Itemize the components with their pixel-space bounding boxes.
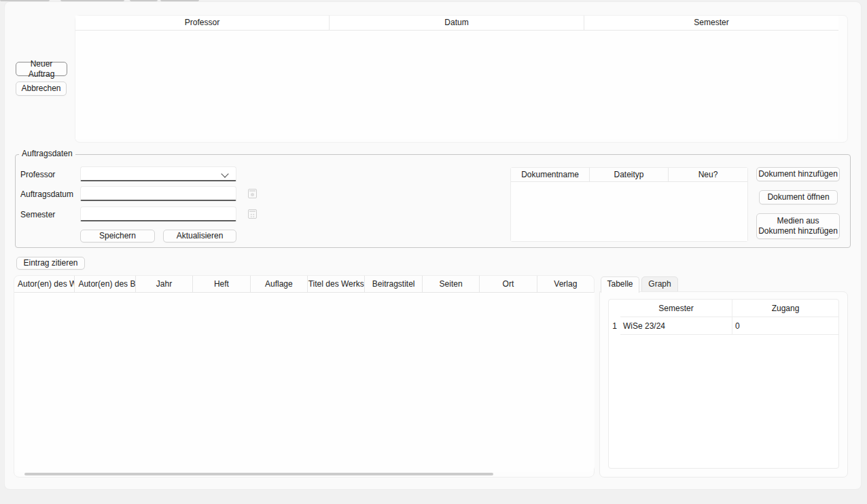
- order-data-groupbox-title: Auftragsdaten: [19, 149, 75, 158]
- documents-table-header: Dokumentname Dateityp Neu?: [511, 168, 747, 182]
- entries-column-pages[interactable]: Seiten: [422, 276, 479, 293]
- add-media-button[interactable]: Medien aus Dokument hinzufügen: [756, 213, 840, 239]
- row-zugang-value[interactable]: 0: [732, 317, 838, 335]
- entries-column-issue[interactable]: Heft: [192, 276, 249, 293]
- entries-column-place[interactable]: Ort: [479, 276, 536, 293]
- open-document-button[interactable]: Dokument öffnen: [759, 190, 838, 204]
- entries-column-work-authors[interactable]: Autor(en) des Werks: [14, 276, 74, 293]
- row-number: 1: [609, 317, 620, 335]
- add-document-button[interactable]: Dokument hinzufügen: [756, 167, 840, 181]
- tab-graph[interactable]: Graph: [641, 276, 678, 292]
- entries-column-edition[interactable]: Auflage: [250, 276, 307, 293]
- entries-column-year[interactable]: Jahr: [135, 276, 192, 293]
- documents-table: Dokumentname Dateityp Neu?: [510, 167, 748, 242]
- documents-table-body[interactable]: [511, 182, 747, 241]
- documents-column-filetype[interactable]: Dateityp: [589, 168, 668, 182]
- tab-tabelle[interactable]: Tabelle: [601, 276, 639, 293]
- chevron-down-icon: [221, 170, 228, 177]
- entries-column-publisher[interactable]: Verlag: [537, 276, 594, 293]
- cancel-button[interactable]: Abbrechen: [16, 82, 67, 96]
- stats-table-header: Semester Zugang: [609, 300, 838, 317]
- orders-column-datum[interactable]: Datum: [329, 16, 584, 31]
- professor-combobox[interactable]: [80, 166, 236, 181]
- stats-column-semester[interactable]: Semester: [620, 300, 732, 317]
- documents-column-name[interactable]: Dokumentname: [511, 168, 589, 182]
- calendar-icon[interactable]: [248, 209, 257, 219]
- table-row[interactable]: 1 WiSe 23/24 0: [609, 317, 838, 335]
- stats-row-number-gutter: [609, 300, 620, 317]
- update-button[interactable]: Aktualisieren: [163, 230, 236, 242]
- order-date-input[interactable]: [80, 186, 236, 201]
- row-semester-value[interactable]: WiSe 23/24: [620, 317, 732, 335]
- app-window: Professor Datum Semester Neuer Auftrag A…: [0, 0, 867, 504]
- entries-table: Autor(en) des Werks Autor(en) des Beitra…: [14, 275, 595, 478]
- orders-table: Professor Datum Semester: [75, 15, 848, 143]
- semester-input[interactable]: [80, 206, 236, 221]
- calendar-date-icon[interactable]: [248, 189, 257, 198]
- new-order-button[interactable]: Neuer Auftrag: [16, 62, 67, 76]
- stats-column-zugang[interactable]: Zugang: [732, 300, 838, 317]
- entries-column-contribution-authors[interactable]: Autor(en) des Beitrags: [74, 276, 135, 293]
- orders-column-semester[interactable]: Semester: [584, 16, 838, 31]
- entries-table-body[interactable]: [15, 293, 595, 472]
- horizontal-scrollbar[interactable]: [24, 473, 493, 475]
- entries-column-work-title[interactable]: Titel des Werks: [307, 276, 364, 293]
- semester-label: Semester: [20, 210, 55, 219]
- orders-table-header: Professor Datum Semester: [75, 16, 838, 31]
- professor-label: Professor: [20, 170, 55, 179]
- documents-column-new[interactable]: Neu?: [668, 168, 747, 182]
- save-button[interactable]: Speichern: [80, 230, 155, 242]
- orders-table-body[interactable]: [75, 31, 838, 139]
- stats-table: Semester Zugang 1 WiSe 23/24 0: [608, 299, 839, 469]
- orders-column-professor[interactable]: Professor: [75, 16, 329, 31]
- order-date-label: Auftragsdatum: [20, 190, 73, 199]
- entries-table-header: Autor(en) des Werks Autor(en) des Beitra…: [14, 276, 594, 293]
- cite-entry-button[interactable]: Eintrag zitieren: [16, 257, 85, 270]
- entries-column-contribution-title[interactable]: Beitragstitel: [364, 276, 421, 293]
